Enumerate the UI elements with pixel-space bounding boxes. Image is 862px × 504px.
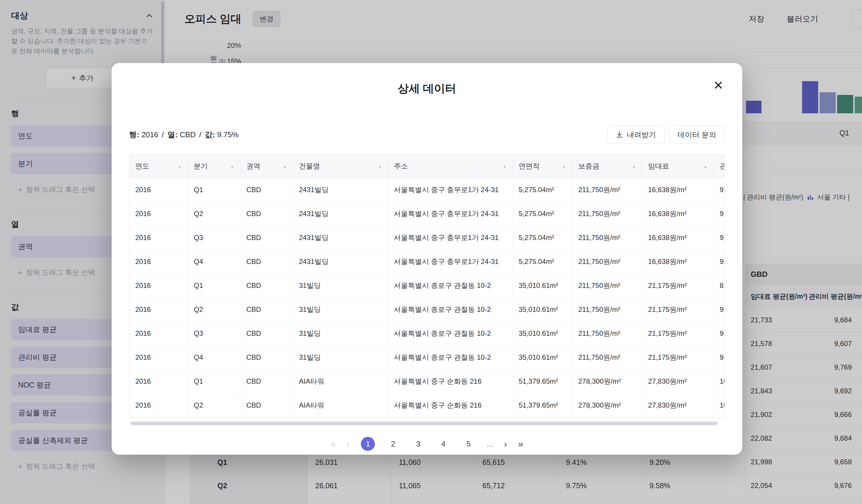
sort-icon[interactable]: ▲ [703,164,708,169]
region-cell: CBD [240,202,293,226]
maintenance-cell: 9,0 [714,297,725,321]
table-row: 2016 Q2 CBD 2431빌딩 서울특별시 중구 충무로1가 24-31 … [129,202,724,226]
building-cell: AIA타워 [293,393,388,417]
deposit-cell: 278,300원/m² [572,393,642,417]
column-header[interactable]: 임대료 ▲ [642,155,714,178]
prev-page-button[interactable]: ‹ [347,439,350,449]
address-cell: 서울특별시 중구 순화동 216 [388,393,513,417]
first-page-button[interactable]: « [331,439,336,449]
page-button[interactable]: 1 [361,437,375,451]
page-button[interactable]: 5 [461,437,475,451]
sort-icon[interactable]: ▲ [632,164,636,169]
region-cell: CBD [240,321,293,345]
quarter-cell: Q2 [188,297,240,321]
address-cell: 서울특별시 중구 순화동 216 [388,369,513,393]
detail-table: 연도 ▲ 분기 ▲ 권역 ▲ 건물명 ▲ [129,155,725,417]
year-cell: 2016 [129,226,188,250]
deposit-cell: 211,750원/m² [572,250,642,274]
pagination: « ‹ 1 2 3 4 5 ... › » [129,437,725,451]
page-button[interactable]: 4 [436,437,450,451]
floor-area-cell: 5,275.04m² [513,250,572,274]
column-header[interactable]: 관리비 ▲ [714,155,725,178]
floor-area-cell: 51,379.65m² [513,393,572,417]
year-cell: 2016 [129,274,188,297]
floor-area-cell: 5,275.04m² [513,202,572,226]
sort-icon[interactable]: ▲ [283,164,287,169]
year-cell: 2016 [129,202,188,226]
deposit-cell: 211,750원/m² [572,274,642,297]
building-cell: 2431빌딩 [293,178,388,202]
year-cell: 2016 [129,345,188,369]
year-cell: 2016 [129,178,188,202]
page-button[interactable]: 3 [411,437,425,451]
column-header-label: 건물명 [299,161,320,171]
rent-cell: 27,830원/m² [642,393,714,417]
sort-icon[interactable]: ▲ [502,164,507,169]
horizontal-scrollbar-thumb[interactable] [130,422,718,425]
quarter-cell: Q1 [188,274,240,297]
detail-data-modal: 상세 데이터 ✕ 행: 2016/열: CBD/값: 9.75% 내려받기 데이… [112,63,742,455]
table-row: 2016 Q1 CBD AIA타워 서울특별시 중구 순화동 216 51,37… [129,369,724,393]
floor-area-cell: 35,010.61m² [513,274,572,297]
maintenance-cell: 9,0 [714,178,725,202]
building-cell: 31빌딩 [293,345,388,369]
sort-icon[interactable]: ▲ [230,164,234,169]
data-inquiry-button[interactable]: 데이터 문의 [669,125,725,144]
column-header-label: 임대료 [648,161,669,171]
deposit-cell: 211,750원/m² [572,178,642,202]
deposit-cell: 211,750원/m² [572,297,642,321]
year-cell: 2016 [129,321,188,345]
next-page-button[interactable]: › [504,439,507,449]
rent-cell: 16,638원/m² [642,250,714,274]
quarter-cell: Q2 [188,393,240,417]
column-header[interactable]: 건물명 ▲ [293,155,388,178]
pagination-ellipsis: ... [486,439,493,449]
column-header[interactable]: 권역 ▲ [240,155,293,178]
building-cell: 2431빌딩 [293,202,388,226]
maintenance-cell: 9,0 [714,202,725,226]
region-cell: CBD [240,250,293,274]
last-page-button[interactable]: » [518,439,523,449]
floor-area-cell: 35,010.61m² [513,345,572,369]
floor-area-cell: 51,379.65m² [513,369,572,393]
maintenance-cell: 8,1 [714,274,725,297]
maintenance-cell: 9,0 [714,226,725,250]
data-inquiry-label: 데이터 문의 [678,130,716,140]
address-cell: 서울특별시 종로구 관철동 10-2 [388,297,513,321]
floor-area-cell: 35,010.61m² [513,297,572,321]
year-cell: 2016 [129,297,188,321]
table-row: 2016 Q3 CBD 2431빌딩 서울특별시 중구 충무로1가 24-31 … [129,226,724,250]
detail-table-header: 연도 ▲ 분기 ▲ 권역 ▲ 건물명 ▲ [129,155,724,178]
address-cell: 서울특별시 중구 충무로1가 24-31 [388,226,513,250]
deposit-cell: 211,750원/m² [572,321,642,345]
column-header[interactable]: 연도 ▲ [129,155,188,178]
column-header-label: 연도 [135,161,149,171]
deposit-cell: 211,750원/m² [572,226,642,250]
column-header-label: 권역 [246,161,260,171]
column-header-label: 연면적 [519,161,540,171]
download-button[interactable]: 내려받기 [607,125,665,144]
address-cell: 서울특별시 종로구 관철동 10-2 [388,345,513,369]
page-button[interactable]: 2 [386,437,400,451]
building-cell: 31빌딩 [293,321,388,345]
rent-cell: 21,175원/m² [642,297,714,321]
quarter-cell: Q3 [188,321,240,345]
floor-area-cell: 5,275.04m² [513,178,572,202]
deposit-cell: 211,750원/m² [572,345,642,369]
floor-area-cell: 5,275.04m² [513,226,572,250]
quarter-cell: Q2 [188,202,240,226]
column-header[interactable]: 보증금 ▲ [572,155,642,178]
close-icon[interactable]: ✕ [713,79,723,92]
column-header[interactable]: 연면적 ▲ [513,155,572,178]
sort-icon[interactable]: ▲ [562,164,566,169]
region-cell: CBD [240,178,293,202]
column-header[interactable]: 분기 ▲ [188,155,240,178]
region-cell: CBD [240,369,293,393]
sort-icon[interactable]: ▲ [378,164,382,169]
sort-icon[interactable]: ▲ [178,164,182,169]
deposit-cell: 211,750원/m² [572,202,642,226]
column-header[interactable]: 주소 ▲ [388,155,513,178]
building-cell: AIA타워 [293,369,388,393]
building-cell: 2431빌딩 [293,250,388,274]
region-cell: CBD [240,274,293,297]
